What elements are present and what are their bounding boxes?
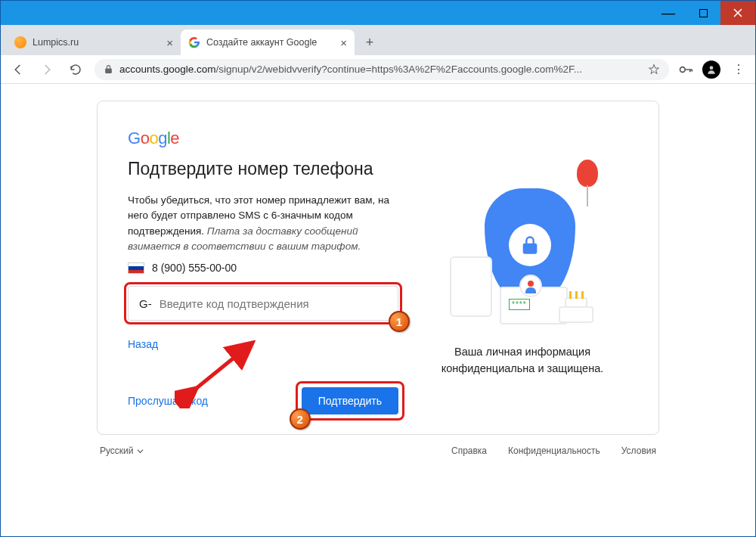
code-prefix: G- bbox=[139, 297, 152, 310]
phone-number: 8 (900) 555-00-00 bbox=[152, 262, 237, 274]
footer-help-link[interactable]: Справка bbox=[451, 445, 487, 456]
verification-code-field[interactable]: G- 1 bbox=[128, 286, 398, 321]
page-footer: Русский Справка Конфиденциальность Услов… bbox=[97, 435, 659, 467]
verification-code-input[interactable] bbox=[160, 297, 387, 310]
svg-point-1 bbox=[710, 66, 714, 70]
tab-close-icon[interactable]: × bbox=[166, 36, 173, 49]
signup-card: Google Подтвердите номер телефона Чтобы … bbox=[97, 101, 659, 435]
browser-menu-button[interactable]: ⋮ bbox=[730, 62, 748, 76]
tab-title: Lumpics.ru bbox=[33, 37, 79, 48]
url-text: accounts.google.com/signup/v2/webidvveri… bbox=[119, 64, 582, 75]
confirm-button[interactable]: Подтвердить bbox=[302, 387, 398, 414]
back-link[interactable]: Назад bbox=[128, 338, 158, 350]
favicon-google bbox=[188, 36, 200, 48]
google-logo: Google bbox=[128, 129, 398, 148]
browser-tabbar: Lumpics.ru × Создайте аккаунт Google × + bbox=[1, 25, 755, 55]
svg-point-0 bbox=[680, 67, 686, 72]
listen-code-link[interactable]: Прослушать код bbox=[128, 395, 208, 407]
lock-icon bbox=[104, 64, 113, 74]
chevron-down-icon bbox=[137, 448, 144, 455]
window-minimize-button[interactable]: — bbox=[651, 1, 686, 25]
illustration-caption: Ваша личная информация конфиденциальна и… bbox=[417, 344, 628, 377]
privacy-illustration bbox=[432, 166, 613, 340]
passwords-key-icon[interactable] bbox=[678, 62, 693, 77]
address-bar[interactable]: accounts.google.com/signup/v2/webidvveri… bbox=[94, 59, 669, 80]
browser-tab-lumpics[interactable]: Lumpics.ru × bbox=[7, 29, 181, 55]
nav-forward-button[interactable] bbox=[37, 60, 57, 79]
svg-line-2 bbox=[188, 349, 244, 395]
phone-number-row: 8 (900) 555-00-00 bbox=[128, 262, 398, 274]
browser-toolbar: accounts.google.com/signup/v2/webidvveri… bbox=[1, 55, 755, 84]
footer-privacy-link[interactable]: Конфиденциальность bbox=[508, 445, 600, 456]
tab-title: Создайте аккаунт Google bbox=[206, 37, 317, 48]
favicon-lumpics bbox=[14, 36, 26, 48]
annotation-badge-1: 1 bbox=[389, 311, 410, 332]
nav-back-button[interactable] bbox=[8, 60, 28, 79]
page-headline: Подтвердите номер телефона bbox=[128, 159, 398, 179]
footer-terms-link[interactable]: Условия bbox=[621, 445, 656, 456]
flag-ru-icon bbox=[128, 262, 144, 274]
bookmark-star-icon[interactable] bbox=[648, 64, 660, 76]
window-close-button[interactable] bbox=[720, 1, 755, 25]
language-selector[interactable]: Русский bbox=[100, 445, 144, 456]
browser-tab-google-signup[interactable]: Создайте аккаунт Google × bbox=[181, 29, 355, 55]
page-description: Чтобы убедиться, что этот номер принадле… bbox=[128, 193, 398, 254]
nav-reload-button[interactable] bbox=[66, 60, 85, 79]
tab-close-icon[interactable]: × bbox=[340, 36, 347, 49]
new-tab-button[interactable]: + bbox=[359, 32, 380, 53]
profile-avatar[interactable] bbox=[702, 61, 720, 79]
window-maximize-button[interactable] bbox=[686, 1, 720, 25]
window-titlebar: — bbox=[1, 1, 755, 25]
